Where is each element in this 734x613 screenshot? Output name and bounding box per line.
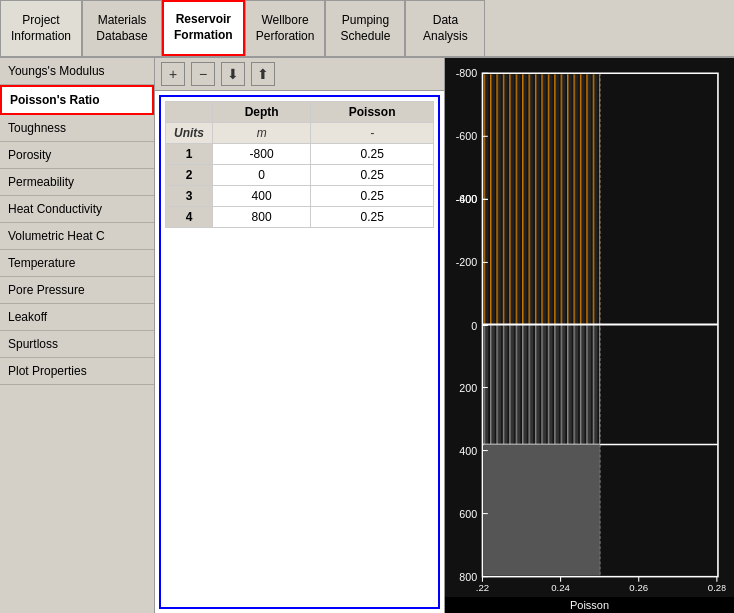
remove-row-button[interactable]: − bbox=[191, 62, 215, 86]
sidebar-item-heat-conductivity[interactable]: Heat Conductivity bbox=[0, 196, 154, 223]
tab-data-analysis[interactable]: Data Analysis bbox=[405, 0, 485, 56]
toolbar: + − ⬇ ⬆ bbox=[155, 58, 444, 91]
row-num-1: 1 bbox=[166, 144, 213, 165]
svg-text:400: 400 bbox=[459, 446, 477, 457]
table-row[interactable]: 2 0 0.25 bbox=[166, 165, 434, 186]
sidebar-item-poissons-ratio[interactable]: Poisson's Ratio bbox=[0, 85, 154, 115]
cell-depth-3[interactable]: 400 bbox=[213, 186, 311, 207]
svg-rect-6 bbox=[484, 74, 601, 324]
tab-materials-database[interactable]: Materials Database bbox=[82, 0, 162, 56]
tab-project-information[interactable]: Project Information bbox=[0, 0, 82, 56]
units-label: Units bbox=[166, 123, 213, 144]
export-button[interactable]: ⬆ bbox=[251, 62, 275, 86]
cell-poisson-2[interactable]: 0.25 bbox=[311, 165, 434, 186]
row-num-3: 3 bbox=[166, 186, 213, 207]
sidebar-item-pore-pressure[interactable]: Pore Pressure bbox=[0, 277, 154, 304]
sidebar-item-toughness[interactable]: Toughness bbox=[0, 115, 154, 142]
tab-wellbore-perforation[interactable]: Wellbore Perforation bbox=[245, 0, 326, 56]
units-depth: m bbox=[213, 123, 311, 144]
table-row[interactable]: 3 400 0.25 bbox=[166, 186, 434, 207]
units-poisson: - bbox=[311, 123, 434, 144]
row-num-4: 4 bbox=[166, 207, 213, 228]
cell-poisson-1[interactable]: 0.25 bbox=[311, 144, 434, 165]
sidebar-item-spurtloss[interactable]: Spurtloss bbox=[0, 331, 154, 358]
svg-text:0: 0 bbox=[471, 321, 477, 332]
col-header-poisson: Poisson bbox=[311, 102, 434, 123]
main-content: Youngs's Modulus Poisson's Ratio Toughne… bbox=[0, 58, 734, 613]
svg-text:0.26: 0.26 bbox=[629, 582, 648, 593]
col-header-empty bbox=[166, 102, 213, 123]
table-row[interactable]: 4 800 0.25 bbox=[166, 207, 434, 228]
svg-rect-7 bbox=[484, 324, 601, 444]
svg-rect-10 bbox=[484, 444, 601, 575]
sidebar-item-leakoff[interactable]: Leakoff bbox=[0, 304, 154, 331]
row-num-2: 2 bbox=[166, 165, 213, 186]
cell-poisson-4[interactable]: 0.25 bbox=[311, 207, 434, 228]
col-header-depth: Depth bbox=[213, 102, 311, 123]
tab-pumping-schedule[interactable]: Pumping Schedule bbox=[325, 0, 405, 56]
add-row-button[interactable]: + bbox=[161, 62, 185, 86]
chart-panel: -800 -600 -600 -400 bbox=[445, 58, 734, 613]
sidebar: Youngs's Modulus Poisson's Ratio Toughne… bbox=[0, 58, 155, 613]
chart-svg: -800 -600 -600 -400 bbox=[445, 58, 734, 597]
svg-text:600: 600 bbox=[459, 509, 477, 520]
sidebar-item-temperature[interactable]: Temperature bbox=[0, 250, 154, 277]
chart-area: -800 -600 -600 -400 bbox=[445, 58, 734, 597]
cell-depth-4[interactable]: 800 bbox=[213, 207, 311, 228]
svg-text:-600: -600 bbox=[456, 132, 478, 143]
svg-text:200: 200 bbox=[459, 383, 477, 394]
sidebar-item-permeability[interactable]: Permeability bbox=[0, 169, 154, 196]
svg-text:-800: -800 bbox=[456, 69, 478, 80]
units-row: Units m - bbox=[166, 123, 434, 144]
svg-text:-400: -400 bbox=[456, 195, 478, 206]
tab-bar: Project Information Materials Database R… bbox=[0, 0, 734, 58]
sidebar-item-porosity[interactable]: Porosity bbox=[0, 142, 154, 169]
cell-poisson-3[interactable]: 0.25 bbox=[311, 186, 434, 207]
data-table-container: Depth Poisson Units m - 1 -800 0.25 bbox=[159, 95, 440, 609]
table-row[interactable]: 1 -800 0.25 bbox=[166, 144, 434, 165]
svg-text:.22: .22 bbox=[476, 582, 489, 593]
cell-depth-2[interactable]: 0 bbox=[213, 165, 311, 186]
svg-text:0.28: 0.28 bbox=[708, 582, 727, 593]
tab-reservoir-formation[interactable]: Reservoir Formation bbox=[162, 0, 245, 56]
center-panel: + − ⬇ ⬆ Depth Poisson Units m - bbox=[155, 58, 445, 613]
chart-x-label: Poisson bbox=[445, 597, 734, 613]
sidebar-item-plot-properties[interactable]: Plot Properties bbox=[0, 358, 154, 385]
sidebar-item-youngs-modulus[interactable]: Youngs's Modulus bbox=[0, 58, 154, 85]
cell-depth-1[interactable]: -800 bbox=[213, 144, 311, 165]
svg-text:800: 800 bbox=[459, 572, 477, 583]
data-table: Depth Poisson Units m - 1 -800 0.25 bbox=[165, 101, 434, 228]
svg-text:-200: -200 bbox=[456, 258, 478, 269]
sidebar-item-volumetric-heat[interactable]: Volumetric Heat C bbox=[0, 223, 154, 250]
svg-text:0.24: 0.24 bbox=[551, 582, 570, 593]
import-button[interactable]: ⬇ bbox=[221, 62, 245, 86]
